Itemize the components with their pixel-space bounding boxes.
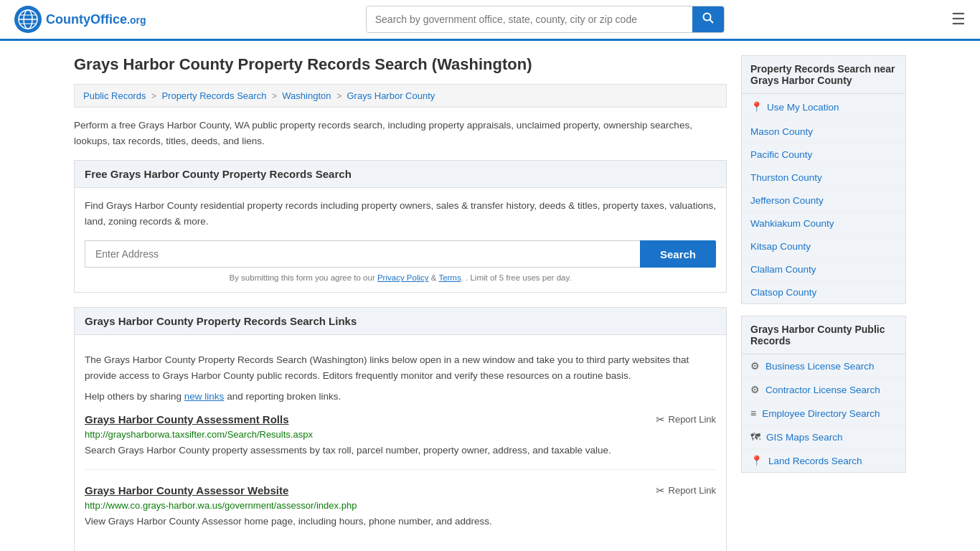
logo-icon: [14, 6, 42, 33]
links-description: The Grays Harbor County Property Records…: [85, 352, 716, 383]
report-icon-0: ✂: [656, 413, 665, 426]
share-note: Help others by sharing new links and rep…: [85, 391, 716, 402]
sidebar-county-item: Wahkiakum County: [742, 212, 905, 235]
privacy-policy-link[interactable]: Privacy Policy: [377, 273, 429, 282]
link-item: Grays Harbor County Assessment Rolls ✂ R…: [85, 413, 716, 470]
breadcrumb-sep-1: >: [151, 91, 159, 101]
breadcrumb-washington[interactable]: Washington: [282, 90, 331, 101]
sidebar-county-link-1[interactable]: Pacific County: [742, 143, 905, 166]
sidebar-public-record-item: 📍 Land Records Search: [742, 449, 905, 472]
site-header: CountyOffice.org ☰: [0, 0, 980, 41]
link-title-0[interactable]: Grays Harbor County Assessment Rolls: [85, 413, 289, 425]
sidebar-record-link-2[interactable]: Employee Directory Search: [762, 408, 880, 419]
link-url-1[interactable]: http://www.co.grays-harbor.wa.us/governm…: [85, 500, 716, 511]
link-desc-1: View Grays Harbor County Assessor home p…: [85, 514, 716, 529]
breadcrumb-property-records-search[interactable]: Property Records Search: [161, 90, 266, 101]
sidebar-county-link-3[interactable]: Jefferson County: [742, 189, 905, 212]
report-icon-1: ✂: [656, 484, 665, 497]
new-links-link[interactable]: new links: [184, 391, 225, 402]
sidebar-public-record-item: 🗺 GIS Maps Search: [742, 425, 905, 449]
header-search-input[interactable]: [367, 8, 692, 31]
logo[interactable]: CountyOffice.org: [14, 6, 146, 33]
breadcrumb-sep-2: >: [272, 91, 279, 101]
menu-icon[interactable]: ☰: [951, 10, 966, 29]
page-title: Grays Harbor County Property Records Sea…: [74, 55, 727, 74]
sidebar-public-record-item: ≡ Employee Directory Search: [742, 402, 905, 425]
address-input[interactable]: [85, 240, 640, 268]
sidebar-public-record-item: ⚙ Contractor License Search: [742, 378, 905, 402]
report-link-0[interactable]: ✂ Report Link: [656, 413, 716, 426]
links-section-title: Grays Harbor County Property Records Sea…: [75, 308, 726, 335]
sidebar-nearby-section: Property Records Search near Grays Harbo…: [741, 55, 906, 304]
sidebar-county-link-6[interactable]: Clallam County: [742, 258, 905, 281]
svg-point-5: [703, 14, 710, 21]
use-location-label: Use My Location: [767, 102, 839, 113]
sidebar-county-item: Mason County: [742, 121, 905, 143]
free-search-content: Find Grays Harbor County residential pro…: [75, 188, 726, 292]
nearby-counties-list: Mason CountyPacific CountyThurston Count…: [742, 121, 905, 303]
sidebar-record-icon-3: 🗺: [750, 431, 760, 443]
sidebar-county-item: Pacific County: [742, 143, 905, 166]
sidebar-public-records-section: Grays Harbor County Public Records ⚙ Bus…: [741, 316, 906, 473]
main-content: Grays Harbor County Property Records Sea…: [74, 55, 727, 551]
free-search-title: Free Grays Harbor County Property Record…: [75, 161, 726, 188]
address-search-button[interactable]: Search: [640, 240, 716, 268]
sidebar-record-link-0[interactable]: Business License Search: [765, 361, 875, 372]
breadcrumb-grays-harbor[interactable]: Grays Harbor County: [347, 90, 435, 101]
sidebar-record-icon-0: ⚙: [750, 360, 760, 372]
sidebar-county-item: Kitsap County: [742, 235, 905, 258]
address-search-row: Search: [85, 240, 716, 268]
sidebar-record-icon-2: ≡: [750, 408, 756, 419]
link-item: Grays Harbor County Assessor Website ✂ R…: [85, 484, 716, 540]
sidebar-public-records-title: Grays Harbor County Public Records: [742, 316, 905, 354]
breadcrumb: Public Records > Property Records Search…: [74, 84, 727, 108]
terms-link[interactable]: Terms: [438, 273, 461, 282]
sidebar-record-link-1[interactable]: Contractor License Search: [765, 385, 880, 395]
public-records-list: ⚙ Business License Search ⚙ Contractor L…: [742, 354, 905, 472]
sidebar-record-icon-4: 📍: [750, 455, 763, 466]
sidebar-county-item: Jefferson County: [742, 189, 905, 212]
sidebar-county-link-5[interactable]: Kitsap County: [742, 235, 905, 258]
sidebar-county-link-7[interactable]: Clatsop County: [742, 281, 905, 303]
link-desc-0: Search Grays Harbor County property asse…: [85, 443, 716, 458]
sidebar-record-link-4[interactable]: Land Records Search: [768, 456, 862, 466]
link-title-1[interactable]: Grays Harbor County Assessor Website: [85, 484, 288, 496]
breadcrumb-public-records[interactable]: Public Records: [83, 90, 146, 101]
free-search-section: Free Grays Harbor County Property Record…: [74, 160, 727, 293]
sidebar-county-item: Clatsop County: [742, 281, 905, 303]
sidebar-record-link-3[interactable]: GIS Maps Search: [766, 432, 843, 443]
sidebar-record-icon-1: ⚙: [750, 384, 760, 395]
links-section: Grays Harbor County Property Records Sea…: [74, 307, 727, 551]
report-link-1[interactable]: ✂ Report Link: [656, 484, 716, 497]
header-search-bar[interactable]: [366, 6, 725, 33]
link-items-container: Grays Harbor County Assessment Rolls ✂ R…: [85, 413, 716, 541]
free-search-description: Find Grays Harbor County residential pro…: [85, 198, 716, 229]
sidebar: Property Records Search near Grays Harbo…: [741, 55, 906, 551]
link-url-0[interactable]: http://graysharborwa.taxsifter.com/Searc…: [85, 429, 716, 440]
logo-text: CountyOffice.org: [46, 12, 146, 27]
pin-icon: 📍: [750, 101, 763, 113]
page-description: Perform a free Grays Harbor County, WA p…: [74, 118, 727, 149]
sidebar-county-link-0[interactable]: Mason County: [742, 121, 905, 143]
sidebar-county-item: Thurston County: [742, 166, 905, 189]
use-location-button[interactable]: 📍 Use My Location: [742, 94, 905, 121]
links-section-content: The Grays Harbor County Property Records…: [75, 342, 726, 551]
sidebar-public-record-item: ⚙ Business License Search: [742, 354, 905, 378]
sidebar-nearby-title: Property Records Search near Grays Harbo…: [742, 56, 905, 94]
form-note: By submitting this form you agree to our…: [85, 273, 716, 282]
sidebar-county-link-2[interactable]: Thurston County: [742, 166, 905, 189]
main-container: Grays Harbor County Property Records Sea…: [60, 41, 920, 551]
breadcrumb-sep-3: >: [336, 91, 344, 101]
sidebar-county-item: Clallam County: [742, 258, 905, 281]
svg-line-6: [710, 20, 713, 24]
header-search-button[interactable]: [692, 6, 724, 32]
sidebar-county-link-4[interactable]: Wahkiakum County: [742, 212, 905, 235]
